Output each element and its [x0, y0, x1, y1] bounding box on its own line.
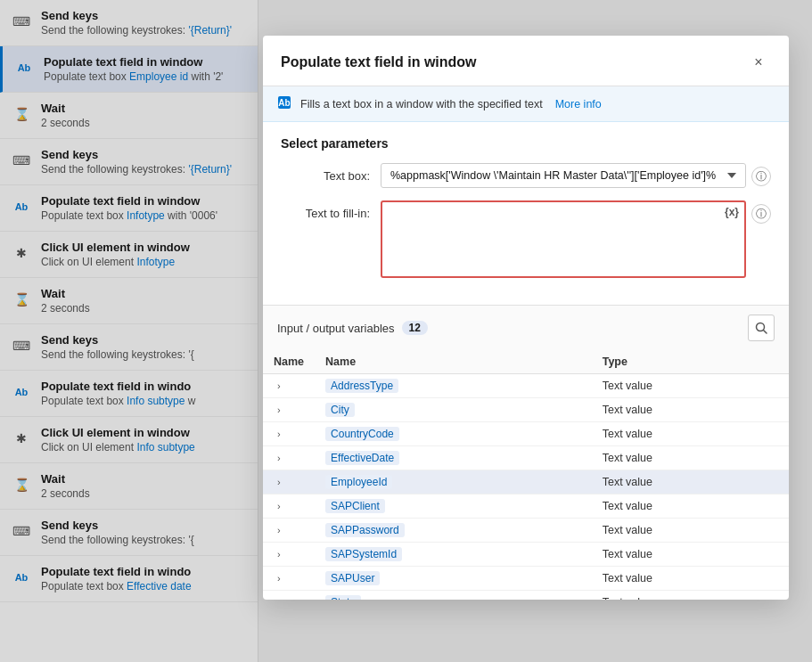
- modal-header: Populate text field in window ×: [263, 36, 789, 86]
- variable-type: Text value: [592, 470, 789, 494]
- row-expand-button[interactable]: ›: [274, 429, 284, 439]
- table-row[interactable]: › SAPUser Text value: [263, 567, 789, 591]
- row-expand-button[interactable]: ›: [274, 453, 284, 463]
- close-icon: ×: [754, 54, 762, 70]
- variables-panel: Input / output variables 12 Name Name Ty…: [263, 305, 789, 600]
- row-expand-button[interactable]: ›: [274, 405, 284, 415]
- variable-type: Text value: [592, 446, 789, 470]
- variable-insert-button[interactable]: {x}: [725, 206, 739, 218]
- row-expand-button[interactable]: ›: [274, 573, 284, 584]
- variable-type: Text value: [592, 422, 789, 446]
- variable-name: City: [325, 403, 355, 417]
- info-banner-text: Fills a text box in a window with the sp…: [300, 98, 543, 110]
- variables-table: Name Name Type › AddressType Text value …: [263, 350, 789, 600]
- text-fill-row: Text to fill-in: {x} ⓘ: [281, 200, 771, 278]
- variable-name: EffectiveDate: [325, 451, 399, 465]
- table-row[interactable]: › City Text value: [263, 398, 789, 422]
- text-fill-area[interactable]: {x}: [381, 200, 746, 278]
- info-circle-icon: ⓘ: [756, 169, 767, 184]
- text-fill-info-button[interactable]: ⓘ: [751, 204, 771, 224]
- textbox-info-button[interactable]: ⓘ: [751, 167, 771, 186]
- variable-type: Text value: [592, 374, 789, 398]
- row-expand-button[interactable]: ›: [274, 525, 284, 535]
- name-col-header: Name: [315, 350, 592, 374]
- variable-name: SAPUser: [325, 571, 380, 585]
- variable-name: SAPPassword: [325, 523, 405, 537]
- row-expand-button[interactable]: ›: [274, 477, 284, 487]
- variable-name: SAPSystemId: [325, 547, 402, 561]
- svg-text:Ab: Ab: [278, 98, 290, 108]
- variables-list: Name Name Type › AddressType Text value …: [263, 350, 789, 600]
- modal-close-button[interactable]: ×: [746, 50, 771, 75]
- table-row[interactable]: › EmployeeId Text value: [263, 470, 789, 494]
- variable-type: Text value: [592, 519, 789, 543]
- modal-dialog: Populate text field in window × Ab Fills…: [263, 36, 789, 600]
- table-row[interactable]: › SAPPassword Text value: [263, 519, 789, 543]
- variable-name: State: [325, 595, 361, 600]
- variable-type: Text value: [592, 494, 789, 519]
- name-column-header: Name: [263, 350, 315, 374]
- variables-search-button[interactable]: [748, 315, 775, 341]
- svg-line-3: [764, 331, 767, 334]
- variables-title: Input / output variables: [277, 322, 395, 335]
- table-row[interactable]: › EffectiveDate Text value: [263, 446, 789, 470]
- info-banner: Ab Fills a text box in a window with the…: [263, 86, 789, 122]
- textbox-label: Text box:: [281, 163, 370, 183]
- variable-name: CountryCode: [325, 427, 399, 441]
- variables-header: Input / output variables 12: [263, 306, 789, 350]
- table-row[interactable]: › AddressType Text value: [263, 374, 789, 398]
- textbox-select[interactable]: %appmask['Window \'Maintain HR Master Da…: [381, 163, 746, 188]
- modal-title: Populate text field in window: [281, 54, 477, 70]
- row-expand-button[interactable]: ›: [274, 549, 284, 560]
- more-info-link[interactable]: More info: [555, 98, 602, 110]
- row-expand-button[interactable]: ›: [274, 501, 284, 511]
- variable-type: Text value: [592, 567, 789, 591]
- text-fill-label: Text to fill-in:: [281, 200, 370, 220]
- section-title: Select parameters: [281, 136, 771, 151]
- variable-name: SAPClient: [325, 499, 385, 513]
- variables-count-badge: 12: [402, 321, 428, 335]
- variable-type: Text value: [592, 398, 789, 422]
- table-row[interactable]: › CountryCode Text value: [263, 422, 789, 446]
- info-circle-icon: ⓘ: [756, 207, 767, 222]
- row-expand-button[interactable]: ›: [274, 380, 284, 391]
- variable-type: Text value: [592, 543, 789, 567]
- text-fill-input[interactable]: [382, 202, 744, 274]
- variable-name: AddressType: [325, 379, 398, 393]
- variable-name: EmployeeId: [325, 475, 392, 489]
- type-col-header: Type: [592, 350, 789, 374]
- variable-type: Text value: [592, 591, 789, 601]
- table-row[interactable]: › SAPClient Text value: [263, 494, 789, 519]
- textbox-row: Text box: %appmask['Window \'Maintain HR…: [281, 163, 771, 188]
- table-row[interactable]: › State Text value: [263, 591, 789, 601]
- row-expand-button[interactable]: ›: [274, 597, 284, 600]
- info-banner-icon: Ab: [277, 95, 291, 112]
- table-row[interactable]: › SAPSystemId Text value: [263, 543, 789, 567]
- modal-body: Select parameters Text box: %appmask['Wi…: [263, 122, 789, 305]
